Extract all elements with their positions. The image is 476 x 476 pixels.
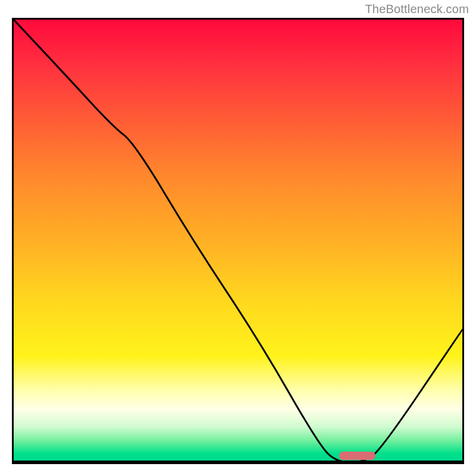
optimal-range-marker [339, 452, 375, 460]
plot-frame [12, 18, 464, 464]
watermark-text: TheBottleneck.com [365, 2, 469, 16]
chart-container: TheBottleneck.com [0, 0, 476, 476]
bottleneck-curve [14, 20, 462, 462]
x-axis-line [14, 461, 462, 462]
